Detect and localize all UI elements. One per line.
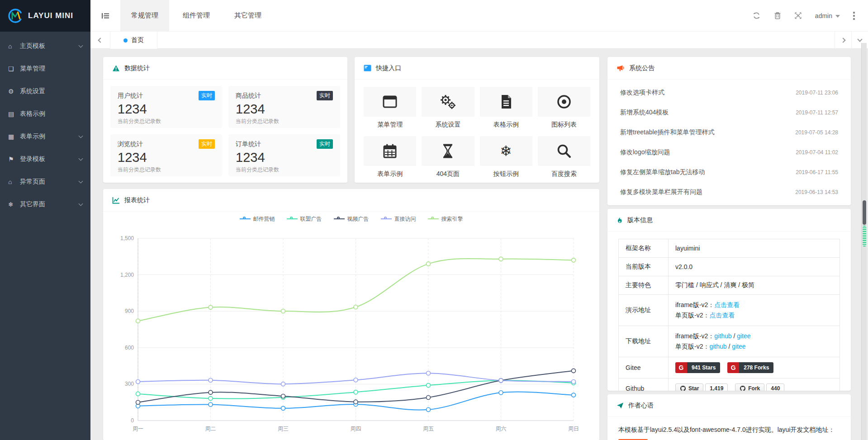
nav-tab-general[interactable]: 常规管理 [120,0,169,31]
sidebar-item-label: 系统设置 [20,87,45,95]
demo-iframe-link[interactable]: 点击查看 [714,301,740,308]
report-statistics-card: 报表统计 邮件营销联盟广告视频广告直接访问搜索引擎 03006009001,20… [103,189,599,440]
sidebar-item-label: 登录模板 [20,155,45,163]
svg-text:周四: 周四 [351,426,361,432]
chevron-down-icon [79,134,83,138]
legend-item[interactable]: 邮件营销 [240,215,275,223]
menu-toggle-button[interactable] [90,0,120,31]
caret-down-icon [835,15,840,18]
sidebar-item-login-templates[interactable]: ⚑ 登录模板 [0,148,90,170]
flag-icon: ⚑ [8,156,18,163]
hourglass-icon [440,143,456,159]
svg-text:周日: 周日 [568,426,579,432]
card-title: 报表统计 [124,196,150,204]
svg-text:900: 900 [125,308,134,314]
scrollbar-progress [863,226,866,246]
notice-item[interactable]: 修复多模块菜单栏展开有问题2019-06-13 14:53 [620,182,838,202]
gitee-stars-badge[interactable]: G941 Stars [675,362,720,373]
notice-item[interactable]: 新增系统404模板2019-07-11 12:57 [620,103,838,123]
scrollbar-thumb[interactable] [863,200,866,225]
download-gitee-link[interactable]: gitee [732,343,745,350]
refresh-button[interactable] [746,0,767,32]
demo-spa-link[interactable]: 点击查看 [709,312,735,319]
nav-tab-other[interactable]: 其它管理 [223,0,272,31]
tab-home[interactable]: 首页 [110,32,157,49]
author-message-card: 作者心语 本模板基于layui2.5.4以及font-awesome-4.7.0… [607,394,851,440]
quick-entry-settings[interactable]: 系统设置 [422,87,474,129]
sidebar-item-table-examples[interactable]: ▤ 表格示例 [0,103,90,125]
legend-label: 搜索引擎 [441,215,463,223]
github-fork-button[interactable]: Fork [735,383,764,391]
sidebar-item-error-pages[interactable]: ⌂ 异常页面 [0,170,90,193]
legend-item[interactable]: 搜索引擎 [428,215,463,223]
notice-item[interactable]: 修改logo缩放问题2019-07-04 11:02 [620,142,838,162]
github-fork-count[interactable]: 440 [766,383,784,391]
sidebar-item-label: 其它界面 [20,200,45,208]
download-github-link[interactable]: github [709,343,726,350]
download-github-link[interactable]: github [714,332,731,340]
quick-entry-table[interactable]: 表格示例 [480,87,532,129]
shrink-menu-icon [101,12,109,19]
gears-icon: ⚙ [8,88,18,95]
stat-value: 1234 [118,150,215,165]
legend-label: 邮件营销 [253,215,275,223]
svg-text:周三: 周三 [278,426,289,432]
fire-icon [617,217,623,224]
nav-tab-components[interactable]: 组件管理 [172,0,221,31]
quick-entry-baidu-search[interactable]: 百度搜索 [538,136,590,178]
tab-bar: 首页 [90,32,868,49]
trash-icon [774,12,781,19]
legend-item[interactable]: 联盟广告 [287,215,322,223]
svg-text:300: 300 [125,381,134,387]
sidebar-item-form-examples[interactable]: ▦ 表单示例 [0,125,90,148]
quick-entry-icons[interactable]: 图标列表 [538,87,590,129]
fullscreen-icon [794,12,802,19]
card-title: 数据统计 [124,64,150,72]
chevron-left-icon [98,38,103,43]
clear-cache-button[interactable] [767,0,788,32]
file-text-icon [498,94,514,110]
sidebar-item-label: 异常页面 [20,178,45,186]
card-title: 快捷入口 [376,64,401,72]
github-icon [740,385,746,391]
gitee-forks-badge[interactable]: G278 Forks [727,362,773,373]
realtime-badge: 实时 [317,139,333,149]
download-gitee-link[interactable]: gitee [737,332,750,340]
page-scrollbar[interactable] [861,43,867,440]
more-menu-button[interactable] [846,0,862,32]
sidebar-item-other-ui[interactable]: ❄ 其它界面 [0,193,90,216]
layuimini-app: LAYUI MINI ⌂ 主页模板 ❏ 菜单管理 ⚙ 系统设置 ▤ 表格示例 ▦ [0,0,868,440]
sidebar-item-menu-management[interactable]: ❏ 菜单管理 [0,57,90,80]
notice-item[interactable]: 新增treetable插件和菜单管理样式2019-07-05 14:28 [620,123,838,142]
tab-scroll-right-button[interactable] [835,32,851,49]
quick-entry-menu[interactable]: 菜单管理 [364,87,416,129]
file-icon: ▤ [8,110,18,118]
main-content: 数据统计 用户统计实时 1234 当前分类总记录数 商品统计实时 1234 当前… [90,49,861,440]
quick-entry-404[interactable]: 404页面 [422,136,474,178]
github-star-count[interactable]: 1,419 [705,383,728,391]
quick-entry-form[interactable]: 表单示例 [364,136,416,178]
quick-entry-buttons[interactable]: ❄ 按钮示例 [480,136,532,178]
legend-label: 直接访问 [394,215,416,223]
svg-text:1,200: 1,200 [120,272,134,278]
notice-item[interactable]: 修复左侧菜单缩放tab无法移动2019-06-17 11:55 [620,162,838,182]
legend-item[interactable]: 直接访问 [381,215,416,223]
report-chart-svg: 03006009001,2001,500周一周二周三周四周五周六周日 [103,226,599,439]
github-star-button[interactable]: Star [675,383,703,391]
tab-scroll-left-button[interactable] [90,32,110,49]
sidebar-item-home-templates[interactable]: ⌂ 主页模板 [0,35,90,57]
svg-text:周二: 周二 [205,426,216,432]
chevron-down-icon [79,43,83,48]
author-text: 本模板基于layui2.5.4以及font-awesome-4.7.0进行实现。… [618,426,835,433]
features-value: 零门槛 / 响应式 / 清爽 / 极简 [669,276,840,295]
tab-label: 首页 [131,36,144,44]
legend-marker [381,218,392,219]
sidebar-item-system-settings[interactable]: ⚙ 系统设置 [0,80,90,103]
bullhorn-icon [617,65,625,72]
notice-item[interactable]: 修改选项卡样式2019-07-11 23:06 [620,83,838,103]
legend-item[interactable]: 视频广告 [334,215,369,223]
fullscreen-button[interactable] [788,0,809,32]
gitee-icon: G [675,362,687,373]
user-dropdown[interactable]: admin [809,0,846,32]
app-logo[interactable]: LAYUI MINI [0,0,90,32]
